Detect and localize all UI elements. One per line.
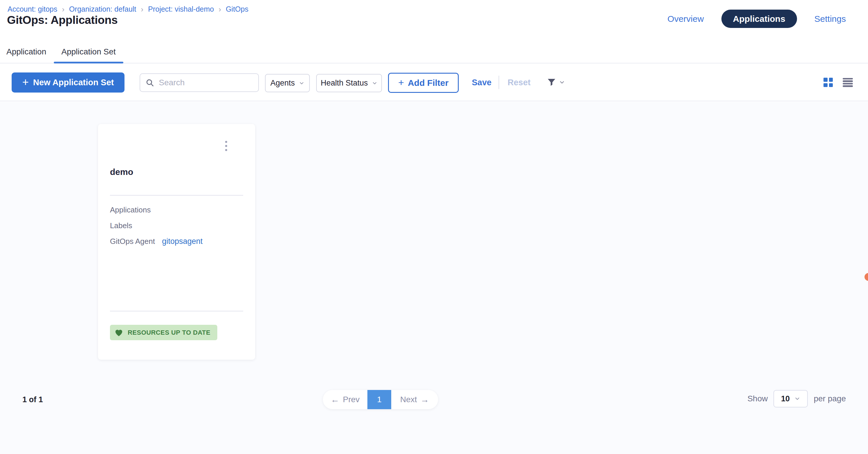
application-set-card[interactable]: demo Applications Labels GitOps Agent gi… [98, 124, 255, 360]
save-filter-button[interactable]: Save [472, 64, 492, 101]
card-divider [110, 195, 243, 195]
nav-applications[interactable]: Applications [721, 9, 797, 28]
plus-icon: + [22, 77, 29, 88]
pagination-prev-button[interactable]: ← Prev [323, 390, 367, 409]
chevron-down-icon [299, 80, 305, 86]
grid-view-icon[interactable] [824, 78, 833, 87]
pagination-page-1[interactable]: 1 [367, 390, 391, 409]
next-label: Next [400, 395, 417, 404]
gitops-agent-link[interactable]: gitopsagent [162, 237, 203, 246]
chevron-down-icon [794, 395, 801, 402]
application-set-name: demo [110, 167, 133, 177]
per-page-label: per page [814, 394, 846, 403]
chevron-down-icon [372, 80, 378, 86]
filter-panel-button[interactable] [546, 64, 565, 101]
page-size-select[interactable]: 10 [773, 390, 808, 407]
tab-bar: Application Application Set [0, 41, 868, 63]
agents-filter-label: Agents [270, 79, 294, 88]
search-icon [146, 78, 154, 87]
toolbar-divider [499, 75, 499, 89]
chevron-right-icon: › [218, 5, 221, 13]
page-header: Account: gitops › Organization: default … [0, 0, 868, 41]
breadcrumb-organization[interactable]: Organization: default [69, 5, 136, 13]
page-size-control: Show 10 per page [747, 389, 846, 408]
agents-filter-dropdown[interactable]: Agents [265, 74, 310, 92]
card-divider [110, 311, 243, 311]
search-box [140, 73, 259, 92]
health-status-filter-dropdown[interactable]: Health Status [316, 74, 382, 92]
add-filter-label: Add Filter [408, 78, 448, 88]
add-filter-button[interactable]: + Add Filter [388, 73, 459, 93]
new-application-set-button[interactable]: + New Application Set [12, 72, 124, 93]
pagination: ← Prev 1 Next → [323, 390, 438, 409]
breadcrumb: Account: gitops › Organization: default … [7, 5, 248, 13]
chevron-right-icon: › [62, 5, 65, 13]
nav-overview[interactable]: Overview [668, 14, 704, 24]
search-input[interactable] [158, 78, 258, 88]
status-badge-label: RESOURCES UP TO DATE [128, 329, 210, 336]
field-row-applications: Applications [110, 206, 243, 214]
module-nav: Overview Applications Settings [668, 9, 846, 28]
breadcrumb-project[interactable]: Project: vishal-demo [148, 5, 214, 13]
show-label: Show [747, 394, 768, 403]
field-label: GitOps Agent [110, 237, 162, 246]
card-fields: Applications Labels GitOps Agent gitopsa… [110, 206, 243, 246]
results-summary: 1 of 1 [22, 395, 43, 404]
chevron-down-icon [559, 79, 565, 86]
filter-funnel-icon [546, 77, 557, 88]
pagination-next-button[interactable]: Next → [391, 390, 438, 409]
tab-application-set[interactable]: Application Set [61, 41, 116, 63]
prev-label: Prev [343, 395, 360, 404]
chevron-right-icon: › [141, 5, 144, 13]
list-view-icon[interactable] [843, 78, 853, 87]
field-row-gitops-agent: GitOps Agent gitopsagent [110, 237, 243, 246]
arrow-right-icon: → [420, 395, 429, 404]
reset-filter-button[interactable]: Reset [507, 64, 531, 101]
card-menu-kebab-icon[interactable] [224, 140, 228, 152]
view-toggle-group [824, 64, 853, 101]
tab-application[interactable]: Application [6, 41, 46, 63]
breadcrumb-account[interactable]: Account: gitops [7, 5, 57, 13]
field-label: Labels [110, 221, 162, 230]
status-badge: RESOURCES UP TO DATE [110, 325, 217, 340]
nav-settings[interactable]: Settings [814, 14, 846, 24]
heart-icon [114, 328, 124, 337]
new-application-set-label: New Application Set [33, 78, 114, 87]
field-row-labels: Labels [110, 221, 243, 230]
toolbar: + New Application Set Agents Health Stat… [0, 64, 868, 101]
field-label: Applications [110, 206, 162, 214]
page-title: GitOps: Applications [7, 14, 118, 27]
page-size-value: 10 [781, 394, 790, 403]
health-status-filter-label: Health Status [320, 79, 368, 88]
content-area: demo Applications Labels GitOps Agent gi… [0, 102, 868, 454]
plus-icon: + [398, 78, 404, 87]
arrow-left-icon: ← [331, 395, 339, 404]
breadcrumb-gitops[interactable]: GitOps [226, 5, 248, 13]
